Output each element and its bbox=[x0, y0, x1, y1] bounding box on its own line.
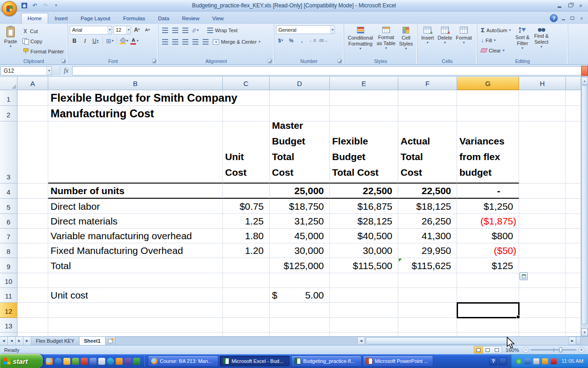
cell-G14[interactable] bbox=[457, 333, 519, 336]
cell-F3[interactable]: Actual Total Cost bbox=[398, 121, 457, 184]
number-format-select[interactable]: General▾ bbox=[276, 25, 335, 34]
cell-G10[interactable] bbox=[457, 273, 519, 288]
quicklaunch-icon-3[interactable] bbox=[63, 358, 70, 365]
cell-A1[interactable] bbox=[17, 90, 48, 106]
cell-A3[interactable] bbox=[17, 121, 48, 184]
cell-D1[interactable] bbox=[270, 90, 330, 106]
wrap-text-button[interactable]: Wrap Text bbox=[205, 25, 239, 35]
delete-cells-button[interactable]: ×Delete▾ bbox=[436, 25, 454, 45]
cell-H2[interactable] bbox=[519, 106, 566, 121]
row-header-9[interactable]: 9 bbox=[0, 258, 17, 273]
tab-insert[interactable]: Insert bbox=[48, 13, 74, 24]
cell-G5[interactable]: $1,250 bbox=[457, 199, 519, 214]
cell-D7[interactable]: 45,000 bbox=[270, 229, 330, 243]
row-header-10[interactable]: 10 bbox=[0, 273, 17, 288]
cell-G6[interactable]: ($1,875) bbox=[457, 214, 519, 229]
cell-A6[interactable] bbox=[17, 214, 48, 229]
cell-C13[interactable] bbox=[223, 318, 270, 333]
paste-button[interactable]: Paste ▾ bbox=[2, 25, 19, 56]
tab-data[interactable]: Data bbox=[152, 13, 175, 24]
cell-B13[interactable] bbox=[48, 318, 223, 333]
cell-B10[interactable] bbox=[48, 273, 223, 288]
column-header-E[interactable]: E bbox=[330, 77, 398, 90]
bottom-align-button[interactable] bbox=[181, 26, 190, 35]
orientation-button[interactable]: ab▾ bbox=[191, 26, 200, 35]
accounting-format-button[interactable]: $▾ bbox=[276, 36, 285, 45]
quicklaunch-icon-11[interactable] bbox=[133, 358, 140, 365]
cell-D11[interactable]: $5.00 bbox=[270, 288, 330, 303]
cell-F7[interactable]: 41,300 bbox=[398, 229, 457, 243]
horizontal-scrollbar[interactable] bbox=[365, 337, 569, 345]
zoom-level[interactable]: 160% bbox=[506, 347, 519, 353]
sheet-tab-flex-budget-key[interactable]: Flex Budget KEY bbox=[31, 337, 79, 345]
redo-button[interactable]: ↷ bbox=[41, 2, 50, 10]
merge-center-button[interactable]: Merge & Center▾ bbox=[211, 37, 262, 46]
grow-font-button[interactable]: A▴ bbox=[132, 25, 141, 34]
comma-style-button[interactable]: , bbox=[297, 36, 306, 45]
cell-D10[interactable] bbox=[270, 273, 330, 288]
cell-D13[interactable] bbox=[270, 318, 330, 333]
cell-F11[interactable] bbox=[398, 288, 457, 303]
cell-E7[interactable]: $40,500 bbox=[330, 229, 398, 243]
row-header-3[interactable]: 3 bbox=[0, 121, 17, 184]
row-header-5[interactable]: 5 bbox=[0, 199, 17, 214]
align-left-button[interactable] bbox=[160, 37, 170, 46]
undo-button[interactable]: ↶ bbox=[31, 2, 39, 10]
active-cell-G12[interactable] bbox=[457, 303, 519, 318]
number-dialog-launcher[interactable] bbox=[338, 59, 342, 63]
quicklaunch-icon-6[interactable] bbox=[90, 358, 96, 365]
last-sheet-button[interactable]: ▶ bbox=[23, 337, 31, 345]
cell-C6[interactable]: 1.25 bbox=[223, 214, 270, 229]
cell-B6[interactable]: Direct materials bbox=[48, 214, 223, 229]
row-header-11[interactable]: 11 bbox=[0, 288, 17, 303]
format-as-table-button[interactable]: Format as Table▾ bbox=[375, 25, 397, 50]
taskbar-item-excel[interactable]: Microsoft Excel - Bud... bbox=[220, 356, 290, 367]
align-center-button[interactable] bbox=[170, 37, 180, 46]
customize-qat-button[interactable]: ▾ bbox=[52, 2, 60, 10]
cell-F8[interactable]: 29,950 bbox=[398, 243, 457, 258]
cell-D6[interactable]: 31,250 bbox=[270, 214, 330, 229]
clear-button[interactable]: Clear▾ bbox=[479, 46, 513, 55]
zoom-thumb[interactable] bbox=[559, 347, 562, 352]
row-header-4[interactable]: 4 bbox=[0, 184, 17, 199]
taskbar-item-firefox[interactable]: Course: BA 213: Man... bbox=[148, 356, 218, 367]
row-header-1[interactable]: 1 bbox=[0, 90, 17, 106]
cell-F12[interactable] bbox=[398, 303, 457, 318]
row-header-2[interactable]: 2 bbox=[0, 106, 17, 121]
tab-home[interactable]: Home bbox=[21, 13, 48, 24]
cell-E12[interactable] bbox=[330, 303, 398, 318]
cell-B7[interactable]: Variable manufacturing overhead bbox=[48, 229, 223, 243]
alignment-dialog-launcher[interactable] bbox=[268, 59, 272, 63]
cell-C2[interactable] bbox=[223, 106, 270, 121]
row-header-14[interactable]: 14 bbox=[0, 333, 17, 336]
language-bar-button[interactable]: ▾ bbox=[499, 357, 507, 365]
vertical-scrollbar[interactable]: ▴ ▾ bbox=[581, 77, 588, 336]
cell-A11[interactable] bbox=[17, 288, 48, 303]
cell-H3[interactable] bbox=[519, 121, 566, 184]
zoom-out-button[interactable]: − bbox=[523, 347, 529, 353]
cell-H4[interactable] bbox=[519, 184, 566, 199]
cell-E14[interactable] bbox=[330, 333, 398, 336]
zoom-in-button[interactable]: + bbox=[578, 347, 584, 353]
cell-G2[interactable] bbox=[457, 106, 519, 121]
copy-button[interactable]: Copy bbox=[21, 36, 66, 46]
cell-D14[interactable] bbox=[270, 333, 330, 336]
scroll-down-button[interactable]: ▾ bbox=[581, 328, 588, 336]
cut-button[interactable]: Cut bbox=[21, 26, 66, 36]
quicklaunch-icon-4[interactable] bbox=[72, 358, 79, 365]
cell-C5[interactable]: $0.75 bbox=[223, 199, 270, 214]
hscroll-thumb[interactable] bbox=[366, 337, 508, 345]
workbook-restore-button[interactable] bbox=[569, 15, 576, 22]
cell-F5[interactable]: $18,125 bbox=[398, 199, 457, 214]
hscroll-right-button[interactable]: ▶ bbox=[569, 337, 576, 345]
autosum-button[interactable]: ΣAutoSum▾ bbox=[479, 25, 513, 35]
page-break-view-button[interactable] bbox=[492, 346, 502, 353]
workbook-minimize-button[interactable] bbox=[560, 15, 567, 22]
cell-A14[interactable] bbox=[17, 333, 48, 336]
vscroll-thumb[interactable] bbox=[582, 85, 588, 324]
cell-G11[interactable] bbox=[457, 288, 519, 303]
cell-D3[interactable]: Master Budget Total Cost bbox=[270, 121, 330, 184]
cell-G4[interactable]: - bbox=[457, 184, 519, 199]
tab-formulas[interactable]: Formulas bbox=[117, 13, 152, 24]
underline-button[interactable]: U▾ bbox=[91, 36, 100, 46]
